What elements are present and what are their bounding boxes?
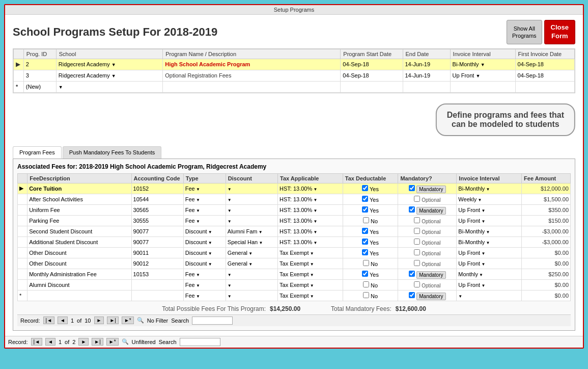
fees-table-row[interactable]: ▶ Core Tuition 10152 Fee ▼ ▼ HST: 13.00%…: [18, 183, 571, 194]
tax-ded-checkbox[interactable]: [362, 196, 368, 202]
tax-applicable[interactable]: HST: 13.00% ▼: [278, 183, 343, 194]
tax-ded-checkbox[interactable]: [363, 292, 369, 298]
inner-nav-next[interactable]: ►: [94, 317, 104, 324]
invoice-interval-cell[interactable]: Bi-Monthly ▼: [457, 183, 522, 194]
fee-discount[interactable]: Special Han ▼: [226, 236, 277, 247]
fee-desc[interactable]: Second Student Discount: [27, 226, 131, 236]
tax-ded-checkbox[interactable]: [362, 271, 368, 277]
tax-ded-checkbox[interactable]: [363, 281, 369, 287]
mandatory-checkbox[interactable]: [409, 206, 415, 213]
tax-ded-checkbox[interactable]: [362, 228, 368, 234]
fee-type[interactable]: Discount ▼: [183, 247, 226, 258]
tab-program-fees[interactable]: Program Fees: [13, 146, 62, 159]
tab-push-mandatory[interactable]: Push Mandatory Fees To Students: [63, 146, 162, 159]
fee-desc[interactable]: After School Activities: [27, 194, 131, 204]
fee-desc[interactable]: Monthly Administration Fee: [27, 269, 131, 279]
tax-applicable[interactable]: HST: 13.00% ▼: [278, 215, 343, 226]
invoice-interval-cell[interactable]: Up Front ▼: [457, 279, 522, 290]
fee-type[interactable]: Fee ▼: [183, 269, 226, 279]
outer-search-input[interactable]: [180, 338, 220, 346]
tax-ded-checkbox[interactable]: [362, 249, 368, 255]
fees-table-row[interactable]: Additional Student Discount 90077 Discou…: [18, 236, 571, 247]
tax-applicable[interactable]: HST: 13.00% ▼: [278, 226, 343, 236]
mandatory-checkbox[interactable]: [414, 281, 420, 287]
fees-table-row[interactable]: Other Discount 90011 Discount ▼ General …: [18, 247, 571, 258]
mandatory-checkbox[interactable]: [414, 239, 420, 245]
tax-ded-checkbox[interactable]: [363, 260, 369, 266]
fee-type[interactable]: Discount ▼: [183, 258, 226, 269]
invoice-interval-cell[interactable]: ▼: [457, 290, 522, 301]
tax-applicable[interactable]: Tax Exempt ▼: [278, 258, 343, 269]
inner-nav-new[interactable]: ►*: [122, 317, 134, 324]
fee-discount[interactable]: ▼: [226, 204, 277, 215]
fee-type[interactable]: Discount ▼: [183, 226, 226, 236]
mandatory-checkbox[interactable]: [414, 196, 420, 202]
mandatory-checkbox[interactable]: [414, 249, 420, 255]
fee-type[interactable]: Fee ▼: [183, 279, 226, 290]
fee-discount[interactable]: ▼: [226, 279, 277, 290]
tax-applicable[interactable]: HST: 13.00% ▼: [278, 194, 343, 204]
inner-nav-prev[interactable]: ◄: [58, 317, 68, 324]
tax-applicable[interactable]: HST: 13.00% ▼: [278, 236, 343, 247]
mandatory-checkbox[interactable]: [414, 228, 420, 234]
fee-desc[interactable]: Core Tuition: [27, 183, 131, 194]
tax-applicable[interactable]: Tax Exempt ▼: [278, 247, 343, 258]
fee-discount[interactable]: ▼: [226, 269, 277, 279]
mandatory-checkbox[interactable]: [409, 185, 415, 191]
invoice-interval-cell[interactable]: Bi-Monthly ▼: [457, 226, 522, 236]
fee-type[interactable]: Fee ▼: [183, 290, 226, 301]
fee-type[interactable]: Discount ▼: [183, 236, 226, 247]
invoice-interval-cell[interactable]: Weekly ▼: [457, 194, 522, 204]
invoice-interval-cell[interactable]: Up Front ▼: [457, 258, 522, 269]
tax-ded-checkbox[interactable]: [362, 185, 368, 191]
fee-desc[interactable]: Uniform Fee: [27, 204, 131, 215]
fee-desc[interactable]: Additional Student Discount: [27, 236, 131, 247]
tax-applicable[interactable]: Tax Exempt ▼: [278, 279, 343, 290]
invoice-interval-cell[interactable]: Bi-Monthly ▼: [457, 236, 522, 247]
fee-desc[interactable]: Alumni Discount: [27, 279, 131, 290]
invoice-interval-cell[interactable]: Monthly ▼: [457, 269, 522, 279]
invoice-interval-cell[interactable]: Up Front ▼: [457, 204, 522, 215]
outer-nav-last[interactable]: ►|: [92, 338, 103, 346]
tax-applicable[interactable]: HST: 13.00% ▼: [278, 204, 343, 215]
fee-type[interactable]: Fee ▼: [183, 194, 226, 204]
fee-discount[interactable]: ▼: [226, 215, 277, 226]
outer-nav-prev[interactable]: ◄: [45, 338, 55, 346]
fee-type[interactable]: Fee ▼: [183, 183, 226, 194]
invoice-interval-cell[interactable]: Up Front ▼: [457, 247, 522, 258]
tax-ded-checkbox[interactable]: [362, 239, 368, 245]
fee-discount[interactable]: General ▼: [226, 258, 277, 269]
show-all-programs-button[interactable]: Show AllPrograms: [507, 20, 542, 44]
fees-table-row[interactable]: Monthly Administration Fee 10153 Fee ▼ ▼…: [18, 269, 571, 279]
fee-discount[interactable]: ▼: [226, 290, 277, 301]
outer-nav-next[interactable]: ►: [78, 338, 89, 346]
mandatory-checkbox[interactable]: [409, 271, 415, 277]
fee-desc[interactable]: Other Discount: [27, 247, 131, 258]
fees-table-row[interactable]: Parking Fee 30555 Fee ▼ ▼ HST: 13.00% ▼ …: [18, 215, 571, 226]
fee-discount[interactable]: ▼: [226, 183, 277, 194]
fees-table-row[interactable]: Alumni Discount Fee ▼ ▼ Tax Exempt ▼ No …: [18, 279, 571, 290]
fee-discount[interactable]: Alumni Fam ▼: [226, 226, 277, 236]
programs-table-row[interactable]: ▶ 2 Ridgecrest Academy ▼ High School Aca…: [14, 59, 575, 70]
tax-ded-checkbox[interactable]: [363, 217, 369, 223]
inner-nav-first[interactable]: |◄: [43, 317, 55, 324]
tax-ded-checkbox[interactable]: [362, 206, 368, 213]
outer-nav-first[interactable]: |◄: [31, 338, 43, 346]
mandatory-checkbox[interactable]: [414, 260, 420, 266]
fee-type[interactable]: Fee ▼: [183, 204, 226, 215]
invoice-interval-cell[interactable]: Up Front ▼: [457, 215, 522, 226]
fee-discount[interactable]: General ▼: [226, 247, 277, 258]
outer-nav-new[interactable]: ►*: [106, 338, 119, 346]
fees-table-row[interactable]: After School Activities 10544 Fee ▼ ▼ HS…: [18, 194, 571, 204]
inner-nav-last[interactable]: ►|: [107, 317, 119, 324]
programs-table-row[interactable]: 3 Ridgecrest Academy ▼ Optional Registra…: [14, 70, 575, 81]
tax-applicable[interactable]: Tax Exempt ▼: [278, 269, 343, 279]
tax-applicable[interactable]: Tax Exempt ▼: [278, 290, 343, 301]
fees-table-row[interactable]: Other Discount 90012 Discount ▼ General …: [18, 258, 571, 269]
fee-desc[interactable]: Other Discount: [27, 258, 131, 269]
mandatory-checkbox[interactable]: [409, 292, 415, 298]
fees-table-row[interactable]: Second Student Discount 90077 Discount ▼…: [18, 226, 571, 236]
close-form-button[interactable]: CloseForm: [544, 20, 575, 44]
fee-type[interactable]: Fee ▼: [183, 215, 226, 226]
fee-desc[interactable]: Parking Fee: [27, 215, 131, 226]
